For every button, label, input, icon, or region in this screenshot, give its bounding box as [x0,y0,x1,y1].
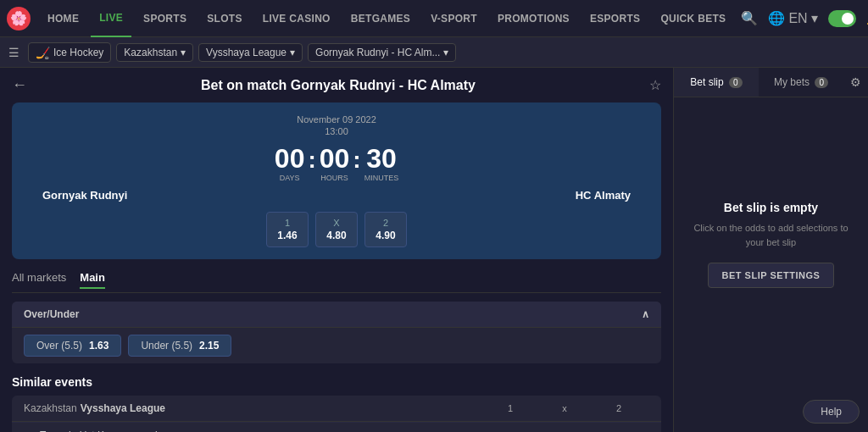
help-button[interactable]: Help [803,400,860,424]
similar-events-list: Kazakhstan Vysshaya League 1 x 2 ☆ Torpe… [12,396,661,432]
nav-promotions[interactable]: PROMOTIONS [489,0,578,37]
col-header-2: 2 [592,403,646,413]
nav-right-controls: 🔍 🌐 EN ▾ 🔔 0.00 $ + 👤 [741,2,868,36]
countdown-days: 00 DAYS [275,145,305,182]
col-header-1: 1 [483,403,537,413]
bet-slip-empty-subtitle: Click on the odds to add selections to y… [691,221,851,249]
match-title: Bet on match Gornyak Rudnyi - HC Almaty [27,78,649,93]
match-time: 13:00 [25,126,648,136]
ice-hockey-icon: 🏒 [36,46,50,59]
similar-event-row: ☆ Torpedo Ust Kamenogorsk Humo Tashkent … [12,422,661,432]
odds-2-button[interactable]: 2 4.90 [364,212,407,247]
nav-vsport[interactable]: V-SPORT [422,0,486,37]
bet-slip-settings-button[interactable]: BET SLIP SETTINGS [708,263,835,288]
match-date: November 09 2022 [25,114,648,125]
over-button[interactable]: Over (5.5) 1.63 [24,335,121,357]
theme-toggle[interactable] [828,10,856,27]
left-content: ← Bet on match Gornyak Rudnyi - HC Almat… [0,68,673,432]
market-header[interactable]: Over/Under ∧ [12,302,661,327]
countdown-row: 00 DAYS : 00 HOURS : 30 MINUTES [25,145,648,182]
tab-main[interactable]: Main [80,271,105,289]
countdown-sep2: : [353,147,360,180]
top-navigation: 🌸 HOME LIVE SPORTS SLOTS LIVE CASINO BET… [0,0,868,37]
over-under-market: Over/Under ∧ Over (5.5) 1.63 Under (5.5)… [12,302,661,363]
nav-esports[interactable]: ESPORTS [581,0,648,37]
breadcrumb-country[interactable]: Kazakhstan ▾ [116,43,193,62]
logo[interactable]: 🌸 [7,7,31,30]
breadcrumb-bar: ☰ 🏒 Ice Hockey Kazakhstan ▾ Vysshaya Lea… [0,37,868,68]
back-button[interactable]: ← [12,76,27,94]
tab-all-markets[interactable]: All markets [12,271,66,289]
menu-icon[interactable]: ☰ [8,46,19,59]
nav-live-casino[interactable]: LIVE CASINO [254,0,339,37]
main-layout: ← Bet on match Gornyak Rudnyi - HC Almat… [0,68,868,432]
nav-slots[interactable]: SLOTS [198,0,251,37]
bet-slip-empty: Bet slip is empty Click on the odds to a… [674,97,868,391]
nav-home[interactable]: HOME [39,0,87,37]
breadcrumb-sport[interactable]: 🏒 Ice Hockey [28,42,111,63]
odds-1-button[interactable]: 1 1.46 [266,212,309,247]
collapse-icon: ∧ [642,308,649,320]
bet-slip-empty-title: Bet slip is empty [724,201,818,214]
similar-events-section: Similar events Kazakhstan Vysshaya Leagu… [12,375,661,432]
help-area: Help [674,391,868,432]
countdown-minutes: 30 MINUTES [364,145,399,182]
tab-bet-slip[interactable]: Bet slip 0 [674,68,759,97]
bet-slip-badge: 0 [729,77,743,88]
search-button[interactable]: 🔍 [741,10,758,26]
similar-league-header: Kazakhstan Vysshaya League 1 x 2 [12,396,661,422]
countdown-sep1: : [308,147,315,180]
similar-events-title: Similar events [12,375,661,389]
nav-live[interactable]: LIVE [91,0,131,37]
market-row: Over (5.5) 1.63 Under (5.5) 2.15 [12,327,661,363]
countdown-hours: 00 HOURS [320,145,350,182]
event-teams: Torpedo Ust Kamenogorsk Humo Tashkent 09… [40,428,457,432]
teams-row: Gornyak Rudnyi HC Almaty [25,189,648,202]
nav-quick-bets[interactable]: QUICK BETS [652,0,734,37]
settings-gear-button[interactable]: ⚙ [843,69,868,96]
team2-name: HC Almaty [495,189,648,202]
bet-slip-tabs: Bet slip 0 My bets 0 ⚙ [674,68,868,97]
nav-betgames[interactable]: BETGAMES [342,0,419,37]
my-bets-badge: 0 [815,77,828,88]
favorite-button[interactable]: ☆ [649,77,661,93]
under-button[interactable]: Under (5.5) 2.15 [128,335,231,357]
team1-name: Gornyak Rudnyi [25,189,178,202]
event-team1: Torpedo Ust Kamenogorsk [40,428,457,432]
language-selector[interactable]: 🌐 EN ▾ [768,10,817,26]
odds-x-button[interactable]: X 4.80 [315,212,358,247]
market-tabs: All markets Main [12,271,661,293]
tab-my-bets[interactable]: My bets 0 [759,68,843,97]
nav-sports[interactable]: SPORTS [135,0,195,37]
breadcrumb-league[interactable]: Vysshaya League ▾ [198,43,303,62]
odds-row: 1 1.46 X 4.80 2 4.90 [25,212,648,247]
col-header-x: x [537,403,592,413]
match-header: ← Bet on match Gornyak Rudnyi - HC Almat… [12,76,661,94]
right-panel: Bet slip 0 My bets 0 ⚙ Bet slip is empty… [673,68,868,432]
breadcrumb-match[interactable]: Gornyak Rudnyi - HC Alm... ▾ [308,43,456,62]
match-card: November 09 2022 13:00 00 DAYS : 00 HOUR… [12,102,661,259]
